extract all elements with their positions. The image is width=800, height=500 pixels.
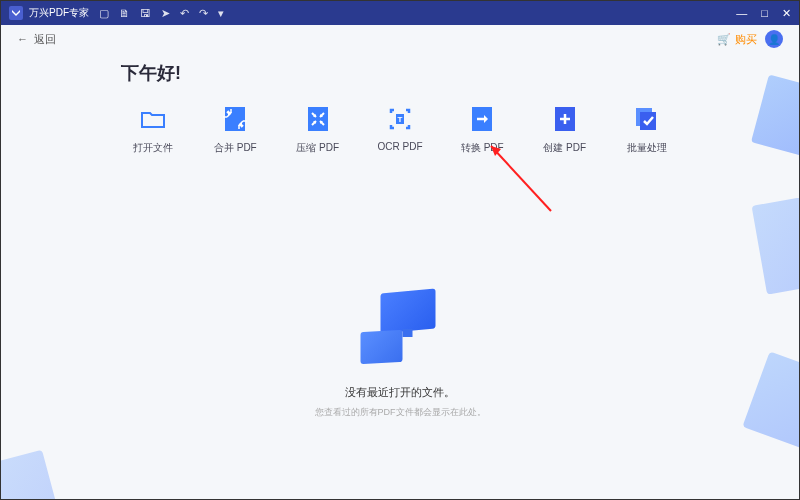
save-icon[interactable]: 🖫 (140, 7, 151, 20)
app-title: 万兴PDF专家 (29, 6, 89, 20)
empty-state: 没有最近打开的文件。 您查看过的所有PDF文件都会显示在此处。 (315, 291, 486, 419)
batch-process-icon (633, 105, 661, 133)
convert-pdf-icon (468, 105, 496, 133)
user-icon: 👤 (768, 34, 780, 45)
cart-icon: 🛒 (717, 33, 731, 46)
back-label: 返回 (34, 32, 56, 47)
empty-subtitle: 您查看过的所有PDF文件都会显示在此处。 (315, 406, 486, 419)
action-label: 压缩 PDF (296, 141, 339, 155)
user-avatar[interactable]: 👤 (765, 30, 783, 48)
titlebar: 万兴PDF专家 ▢ 🗎 🖫 ➤ ↶ ↷ ▾ — □ ✕ (1, 1, 799, 25)
compress-pdf-icon (304, 105, 332, 133)
open-file-icon (139, 105, 167, 133)
svg-text:T: T (398, 115, 403, 124)
svg-line-15 (491, 146, 551, 211)
create-pdf-icon (551, 105, 579, 133)
action-open-file[interactable]: 打开文件 (121, 105, 185, 155)
merge-pdf-icon (221, 105, 249, 133)
window-maximize[interactable]: □ (761, 7, 768, 20)
greeting: 下午好! (121, 61, 679, 85)
back-arrow-icon: ← (17, 33, 28, 45)
share-icon[interactable]: ➤ (161, 7, 170, 20)
app-logo-icon (9, 6, 23, 20)
action-ocr-pdf[interactable]: T OCR PDF (368, 105, 432, 155)
action-compress-pdf[interactable]: 压缩 PDF (286, 105, 350, 155)
action-convert-pdf[interactable]: 转换 PDF (450, 105, 514, 155)
folder-icon[interactable]: ▢ (99, 7, 109, 20)
action-merge-pdf[interactable]: 合并 PDF (203, 105, 267, 155)
titlebar-quick-actions: ▢ 🗎 🖫 ➤ ↶ ↷ ▾ (99, 7, 224, 20)
action-label: 打开文件 (133, 141, 173, 155)
window-close[interactable]: ✕ (782, 7, 791, 20)
action-label: 合并 PDF (214, 141, 257, 155)
svg-rect-3 (308, 107, 328, 131)
action-label: 转换 PDF (461, 141, 504, 155)
back-button[interactable]: ← 返回 (17, 32, 56, 47)
action-grid: 打开文件 合并 PDF 压缩 PDF T OCR PDF 转换 PDF (121, 105, 679, 155)
doc-icon[interactable]: 🗎 (119, 7, 130, 20)
action-label: OCR PDF (377, 141, 422, 152)
redo-icon[interactable]: ↷ (199, 7, 208, 20)
ocr-pdf-icon: T (386, 105, 414, 133)
buy-label: 购买 (735, 32, 757, 47)
empty-title: 没有最近打开的文件。 (315, 385, 486, 400)
content: 下午好! 打开文件 合并 PDF 压缩 PDF T OCR PDF (1, 53, 799, 155)
subbar: ← 返回 🛒 购买 👤 (1, 25, 799, 53)
decoration-icon (752, 197, 800, 294)
decoration-icon (0, 450, 57, 500)
action-label: 批量处理 (627, 141, 667, 155)
window-controls: — □ ✕ (736, 7, 791, 20)
buy-link[interactable]: 🛒 购买 (717, 32, 757, 47)
window-minimize[interactable]: — (736, 7, 747, 20)
decoration-icon (742, 351, 800, 450)
action-create-pdf[interactable]: 创建 PDF (533, 105, 597, 155)
action-label: 创建 PDF (543, 141, 586, 155)
undo-icon[interactable]: ↶ (180, 7, 189, 20)
dropdown-icon[interactable]: ▾ (218, 7, 224, 20)
empty-illustration-icon (350, 291, 450, 371)
action-batch-process[interactable]: 批量处理 (615, 105, 679, 155)
